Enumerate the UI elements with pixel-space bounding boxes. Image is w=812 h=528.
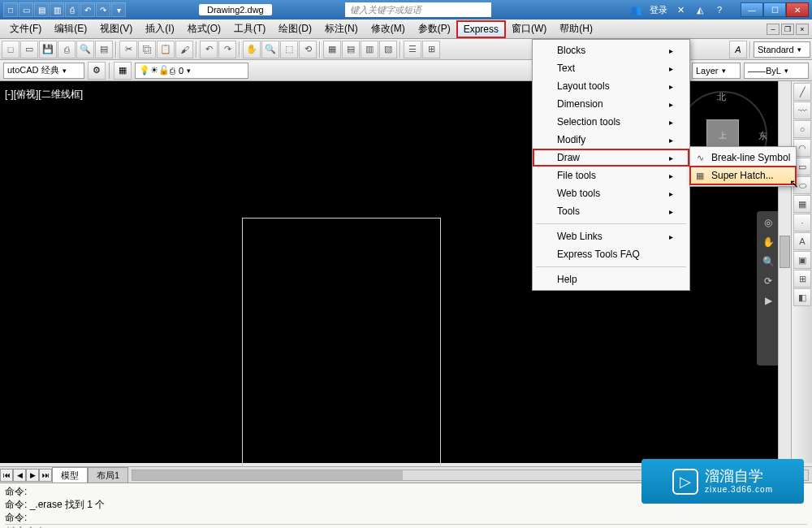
mdi-close-button[interactable]: × — [796, 24, 809, 35]
tb-new-icon[interactable]: □ — [2, 41, 19, 58]
qat-save-icon[interactable]: ▤ — [34, 2, 49, 17]
rt-hatch-icon[interactable]: ▦ — [793, 195, 811, 213]
mi-file-tools[interactable]: File tools▸ — [533, 167, 689, 184]
window-maximize-button[interactable]: ☐ — [763, 2, 786, 17]
tab-nav-next-icon[interactable]: ▶ — [26, 469, 39, 482]
rt-line-icon[interactable]: ╱ — [793, 83, 811, 101]
menu-parametric[interactable]: 参数(P) — [412, 19, 457, 38]
menu-insert[interactable]: 插入(I) — [139, 19, 180, 38]
nav-zoom-icon[interactable]: 🔍 — [760, 253, 776, 270]
rt-text-icon[interactable]: A — [793, 232, 811, 250]
mi-modify[interactable]: Modify▸ — [533, 131, 689, 149]
mi-text[interactable]: Text▸ — [533, 59, 689, 77]
exchange-icon[interactable]: ✕ — [674, 3, 687, 16]
mi-selection-tools[interactable]: Selection tools▸ — [533, 113, 689, 131]
tb-zoom-icon[interactable]: 🔍 — [261, 41, 279, 58]
linetype-combo[interactable]: Layer — [692, 63, 741, 79]
rt-pline-icon[interactable]: 〰 — [793, 102, 811, 119]
menu-file[interactable]: 文件(F) — [3, 19, 48, 38]
qat-undo-icon[interactable]: ↶ — [80, 2, 95, 17]
compass-east[interactable]: 东 — [758, 130, 767, 142]
rt-circle-icon[interactable]: ○ — [793, 120, 811, 138]
qat-more-icon[interactable]: ▾ — [111, 2, 126, 17]
textstyle-combo[interactable]: Standard — [754, 41, 810, 58]
tb-copy-icon[interactable]: ⿻ — [138, 41, 156, 58]
tab-nav-first-icon[interactable]: ⏮ — [0, 469, 13, 482]
lineweight-combo[interactable]: —— ByL — [744, 63, 809, 79]
rt-block-icon[interactable]: ▣ — [793, 251, 811, 269]
qat-print-icon[interactable]: ⎙ — [65, 2, 80, 17]
tb-print-icon[interactable]: ⎙ — [58, 41, 76, 58]
tb-textstyle-icon[interactable]: A — [729, 41, 747, 58]
nav-orbit-icon[interactable]: ⟳ — [760, 273, 776, 289]
ws-gear-icon[interactable]: ⚙ — [88, 62, 106, 80]
tb-open-icon[interactable]: ▭ — [20, 41, 38, 58]
tb-zoomprev-icon[interactable]: ⟲ — [299, 41, 317, 58]
help-search-input[interactable]: 键入关键字或短语 — [345, 2, 491, 17]
mi-faq[interactable]: Express Tools FAQ — [533, 245, 689, 263]
mi-tools[interactable]: Tools▸ — [533, 202, 689, 220]
drawn-rectangle[interactable] — [242, 218, 441, 502]
autodesk-icon[interactable]: ◭ — [693, 3, 706, 16]
cmd-input[interactable]: 键入命令 — [5, 524, 807, 528]
rt-point-icon[interactable]: · — [793, 214, 811, 232]
mi-breakline[interactable]: ∿ Break-line Symbol — [690, 149, 796, 167]
qat-saveas-icon[interactable]: ▥ — [50, 2, 64, 17]
tb-paste-icon[interactable]: 📋 — [157, 41, 175, 58]
window-minimize-button[interactable]: — — [741, 2, 763, 17]
infocenter-icon[interactable]: 👥 — [630, 3, 643, 16]
tb-cut-icon[interactable]: ✂ — [119, 41, 137, 58]
qat-new-icon[interactable]: □ — [3, 2, 18, 17]
menu-draw[interactable]: 绘图(D) — [272, 19, 318, 38]
tab-layout1[interactable]: 布局1 — [88, 467, 128, 483]
tb-preview-icon[interactable]: 🔍 — [76, 41, 94, 58]
hscroll-thumb[interactable] — [132, 470, 403, 480]
login-link[interactable]: 登录 — [650, 4, 667, 16]
tb-tp-icon[interactable]: ▥ — [361, 41, 378, 58]
tb-markup-icon[interactable]: ☰ — [404, 41, 421, 58]
nav-showmotion-icon[interactable]: ▶ — [760, 292, 776, 309]
menu-tools[interactable]: 工具(T) — [227, 19, 272, 38]
tb-redo-icon[interactable]: ↷ — [218, 41, 236, 58]
tb-undo-icon[interactable]: ↶ — [200, 41, 218, 58]
workspace-combo[interactable]: utoCAD 经典 — [3, 63, 84, 79]
mi-draw[interactable]: Draw▸ — [533, 149, 689, 167]
tab-nav-prev-icon[interactable]: ◀ — [13, 469, 26, 482]
tb-calc-icon[interactable]: ⊞ — [422, 41, 440, 58]
tb-props-icon[interactable]: ▦ — [323, 41, 341, 58]
menu-format[interactable]: 格式(O) — [181, 19, 227, 38]
mi-web-links[interactable]: Web Links▸ — [533, 227, 689, 245]
layer-props-icon[interactable]: ▦ — [114, 62, 132, 80]
tb-save-icon[interactable]: 💾 — [39, 41, 57, 58]
help-icon[interactable]: ? — [713, 3, 726, 16]
vertical-scrollbar[interactable] — [778, 81, 791, 466]
menu-window[interactable]: 窗口(W) — [505, 19, 553, 38]
compass-north[interactable]: 北 — [717, 91, 726, 103]
menu-help[interactable]: 帮助(H) — [553, 19, 599, 38]
viewport-label[interactable]: [-][俯视][二维线框] — [5, 88, 83, 102]
layer-combo[interactable]: 💡 ☀ 🔓 ⎙ 0 — [135, 63, 248, 79]
rt-region-icon[interactable]: ◧ — [793, 288, 811, 306]
tb-publish-icon[interactable]: ▤ — [95, 41, 113, 58]
tb-pan-icon[interactable]: ✋ — [243, 41, 261, 58]
mi-help[interactable]: Help — [533, 270, 689, 288]
qat-open-icon[interactable]: ▭ — [19, 2, 33, 17]
drawing-canvas[interactable]: [-][俯视][二维线框] 上 北 东 西 ◎ ✋ 🔍 ⟳ ▶ — [0, 81, 812, 463]
mdi-restore-button[interactable]: ❐ — [781, 24, 794, 35]
rt-table-icon[interactable]: ⊞ — [793, 270, 811, 288]
tab-model[interactable]: 模型 — [52, 467, 88, 483]
tb-ssm-icon[interactable]: ▧ — [379, 41, 397, 58]
tb-zoomwin-icon[interactable]: ⬚ — [280, 41, 298, 58]
nav-pan-icon[interactable]: ✋ — [760, 234, 776, 250]
window-close-button[interactable]: ✕ — [786, 2, 809, 17]
tb-dc-icon[interactable]: ▤ — [342, 41, 360, 58]
menu-view[interactable]: 视图(V) — [93, 19, 139, 38]
tab-nav-last-icon[interactable]: ⏭ — [39, 469, 52, 482]
mi-web-tools[interactable]: Web tools▸ — [533, 184, 689, 202]
mi-blocks[interactable]: Blocks▸ — [533, 41, 689, 59]
menu-dimension[interactable]: 标注(N) — [318, 19, 365, 38]
nav-wheel-icon[interactable]: ◎ — [760, 214, 776, 231]
menu-edit[interactable]: 编辑(E) — [48, 19, 93, 38]
mi-super-hatch[interactable]: ▦ Super Hatch... — [690, 167, 796, 184]
menu-express[interactable]: Express — [457, 21, 505, 37]
